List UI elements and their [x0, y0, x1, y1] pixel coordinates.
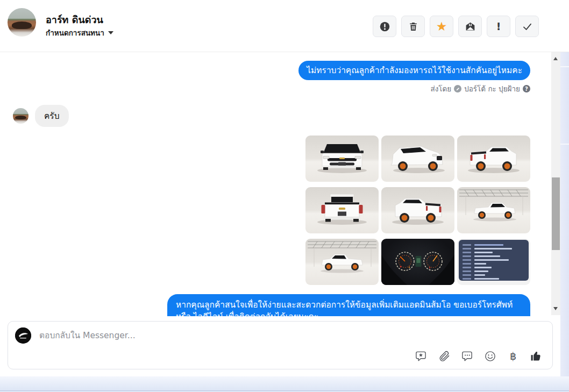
composer-toolbar: ฿: [414, 350, 543, 362]
gutter-divider: [560, 144, 569, 145]
outgoing-message-bubble-2: หากคุณลูกค้าสนใจเพื่อให้ง่ายและสะดวกต่อก…: [167, 294, 530, 316]
mark-unread-button[interactable]: [458, 16, 482, 37]
photo-car-rear[interactable]: [305, 187, 379, 233]
photo-car-rear-quarter-right[interactable]: [457, 136, 530, 182]
outgoing-message-bubble: ไม่ทราบว่าคุณลูกค้ากำลังมองหารถไว้ใช้งาน…: [298, 61, 530, 80]
attachment-icon[interactable]: [437, 350, 450, 362]
photo-spec-sheet[interactable]: [457, 239, 530, 285]
saved-replies-icon[interactable]: [460, 350, 473, 362]
follow-up-button[interactable]: ★: [430, 16, 453, 37]
scroll-up-arrow-icon[interactable]: [553, 57, 558, 60]
conversation-header: อาร์ท ดินด่วน กำหนดการสนทนา ★ !: [0, 0, 569, 52]
chevron-down-icon: [108, 31, 113, 34]
scrollbar-thumb[interactable]: [552, 177, 560, 250]
trash-icon: [408, 22, 418, 32]
flag-important-button[interactable]: !: [487, 16, 510, 37]
composer-badge-icon: [454, 85, 461, 92]
emoji-icon[interactable]: [483, 350, 496, 362]
mark-unread-icon: [465, 21, 476, 32]
schedule-conversation-label: กำหนดการสนทนา: [46, 27, 104, 39]
photo-car-side-right[interactable]: [457, 187, 530, 233]
messenger-inbox-window: อาร์ท ดินด่วน กำหนดการสนทนา ★ !: [0, 0, 569, 392]
delete-button[interactable]: [401, 16, 425, 37]
payment-baht-icon[interactable]: ฿: [507, 350, 520, 362]
photo-dashboard-gauges[interactable]: [381, 239, 454, 285]
schedule-conversation-dropdown[interactable]: กำหนดการสนทนา: [46, 27, 113, 39]
help-icon[interactable]: ?: [523, 85, 530, 92]
exclamation-icon: !: [496, 20, 501, 32]
photo-car-front[interactable]: [305, 136, 379, 182]
scroll-down-arrow-icon[interactable]: [553, 307, 558, 310]
reply-input[interactable]: [39, 329, 416, 343]
page-right-gutter: [560, 52, 569, 376]
check-icon: [522, 21, 533, 32]
chat-scrollbar[interactable]: [551, 52, 560, 315]
incoming-message-bubble: ครับ: [35, 105, 69, 127]
photo-car-side-left[interactable]: [305, 239, 379, 285]
alert-circle-icon: [379, 21, 390, 32]
star-icon: ★: [436, 20, 447, 33]
sent-by-admin-name: ปอร์โต้ กะ ปุยฝ้าย: [464, 83, 520, 95]
report-spam-button[interactable]: [373, 16, 396, 37]
spec-sheet-panel: [459, 240, 529, 281]
incoming-message-row: ครับ: [13, 105, 69, 127]
gutter-divider: [560, 66, 569, 67]
sticker-icon[interactable]: [414, 350, 427, 362]
page-logo-avatar: [15, 327, 31, 344]
contact-name: อาร์ท ดินด่วน: [46, 12, 103, 27]
header-action-bar: ★ !: [373, 16, 539, 37]
photo-car-front-quarter[interactable]: [381, 136, 454, 182]
like-icon[interactable]: [530, 350, 543, 362]
sent-by-attribution: ส่งโดย ปอร์โต้ กะ ปุยฝ้าย ?: [430, 83, 530, 95]
sent-by-label: ส่งโดย: [430, 83, 451, 95]
photo-car-rear-quarter-left[interactable]: [381, 187, 454, 233]
mark-done-button[interactable]: [515, 16, 539, 37]
chat-thread[interactable]: ไม่ทราบว่าคุณลูกค้ากำลังมองหารถไว้ใช้งาน…: [0, 52, 552, 316]
contact-avatar[interactable]: [8, 8, 36, 37]
page-bottom-band: [0, 376, 569, 392]
contact-avatar-small[interactable]: [13, 108, 29, 124]
reply-composer[interactable]: ฿: [8, 321, 553, 369]
